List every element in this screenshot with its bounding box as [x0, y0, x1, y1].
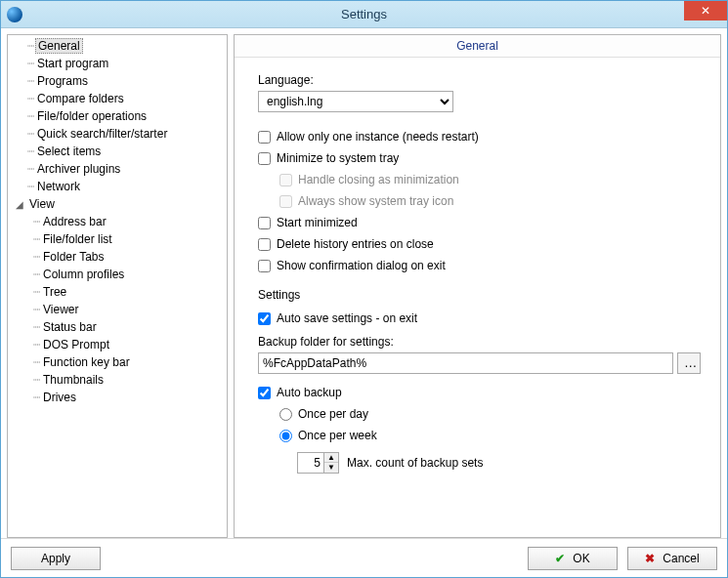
spinner-up-icon[interactable]: ▲ [324, 453, 338, 463]
tree-item-network[interactable]: ┈Network [8, 178, 227, 195]
tree-item-column-profiles[interactable]: ┈Column profiles [27, 266, 227, 283]
checkbox-always-show-tray: Always show system tray icon [258, 190, 701, 212]
tree-item-viewer[interactable]: ┈Viewer [27, 301, 227, 318]
ok-button[interactable]: ✔ OK [528, 547, 618, 570]
tree-item-programs[interactable]: ┈Programs [8, 72, 227, 90]
checkbox-delete-history[interactable]: Delete history entries on close [258, 233, 701, 255]
language-select[interactable]: english.lng [258, 91, 453, 112]
settings-group-label: Settings [258, 288, 701, 302]
cancel-button[interactable]: ✖ Cancel [627, 547, 717, 570]
tree-item-quick-search[interactable]: ┈Quick search/filter/starter [8, 125, 227, 143]
radio-once-per-day[interactable]: Once per day [258, 403, 701, 425]
checkbox-autobackup[interactable]: Auto backup [258, 382, 701, 403]
tree-item-dos-prompt[interactable]: ┈DOS Prompt [27, 336, 227, 353]
checkbox-one-instance[interactable]: Allow only one instance (needs restart) [258, 126, 701, 147]
settings-panel: General Language: english.lng Allow only… [234, 34, 721, 538]
tree-item-file-folder-operations[interactable]: ┈File/folder operations [8, 107, 227, 125]
tree-item-function-key-bar[interactable]: ┈Function key bar [27, 353, 227, 371]
tree-item-compare-folders[interactable]: ┈Compare folders [8, 90, 227, 107]
chevron-down-icon[interactable]: ◢ [14, 199, 25, 210]
nav-tree[interactable]: ┈ General ┈Start program ┈Programs ┈Comp… [7, 34, 228, 538]
max-backup-input[interactable] [298, 453, 323, 473]
settings-window: Settings ✕ ┈ General ┈Start program ┈Pro… [0, 0, 728, 578]
dialog-footer: Apply ✔ OK ✖ Cancel [1, 538, 727, 577]
backup-folder-input[interactable] [258, 352, 673, 374]
titlebar: Settings ✕ [1, 1, 727, 28]
window-title: Settings [1, 7, 727, 21]
tree-item-general[interactable]: ┈ General [8, 37, 227, 55]
language-label: Language: [258, 73, 701, 87]
max-backup-spinner[interactable]: ▲ ▼ [297, 452, 339, 474]
tree-item-select-items[interactable]: ┈Select items [8, 143, 227, 160]
tree-view-children: ┈Address bar ┈File/folder list ┈Folder T… [8, 213, 227, 406]
spinner-down-icon[interactable]: ▼ [324, 463, 338, 473]
apply-button[interactable]: Apply [11, 547, 101, 570]
tree-item-tree[interactable]: ┈Tree [27, 283, 227, 301]
tree-item-thumbnails[interactable]: ┈Thumbnails [27, 371, 227, 389]
tree-item-folder-tabs[interactable]: ┈Folder Tabs [27, 248, 227, 266]
close-icon: ✖ [645, 552, 655, 565]
backup-folder-label: Backup folder for settings: [258, 335, 701, 349]
tree-item-address-bar[interactable]: ┈Address bar [27, 213, 227, 230]
max-backup-label: Max. count of backup sets [347, 456, 483, 470]
tree-item-view[interactable]: ◢ View [8, 195, 227, 213]
tree-item-file-folder-list[interactable]: ┈File/folder list [27, 230, 227, 248]
close-button[interactable]: ✕ [684, 1, 727, 21]
check-icon: ✔ [555, 552, 565, 565]
panel-title: General [235, 35, 720, 58]
checkbox-start-minimized[interactable]: Start minimized [258, 212, 701, 233]
browse-button[interactable]: … [677, 352, 701, 374]
tree-item-status-bar[interactable]: ┈Status bar [27, 318, 227, 336]
tree-item-drives[interactable]: ┈Drives [27, 389, 227, 406]
checkbox-minimize-tray[interactable]: Minimize to system tray [258, 147, 701, 169]
checkbox-confirm-exit[interactable]: Show confirmation dialog on exit [258, 255, 701, 276]
content-area: ┈ General ┈Start program ┈Programs ┈Comp… [1, 28, 727, 538]
checkbox-autosave[interactable]: Auto save settings - on exit [258, 308, 701, 329]
checkbox-handle-close-as-min: Handle closing as minimization [258, 169, 701, 190]
panel-body: Language: english.lng Allow only one ins… [235, 58, 720, 483]
tree-item-start-program[interactable]: ┈Start program [8, 55, 227, 72]
radio-once-per-week[interactable]: Once per week [258, 425, 701, 446]
tree-item-archiver-plugins[interactable]: ┈Archiver plugins [8, 160, 227, 178]
